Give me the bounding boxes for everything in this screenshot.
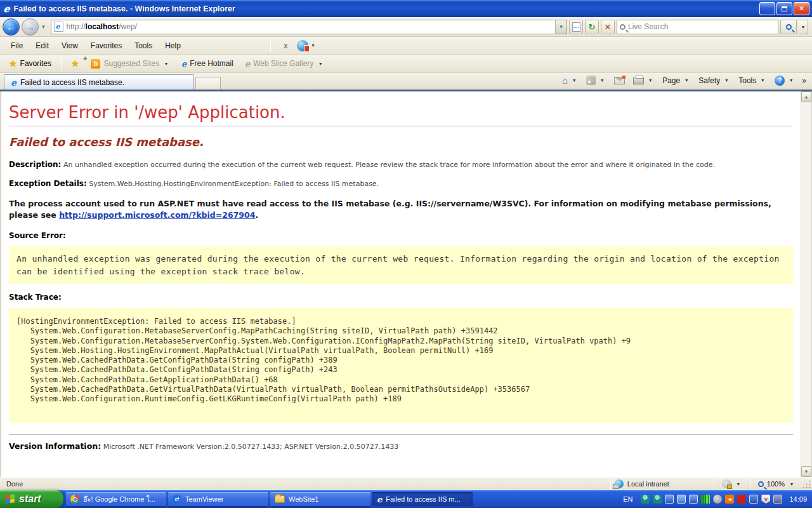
menu-favorites[interactable]: Favorites (85, 39, 128, 53)
read-mail-button[interactable] (611, 75, 628, 86)
close-button[interactable]: ✕ (794, 2, 809, 15)
task-buttons: อ๊ะ! Google Chrome ใ... ⇄ TeamViewer Web… (63, 490, 619, 508)
error-page: Server Error in '/wep' Application. Fail… (1, 91, 801, 477)
menu-file[interactable]: File (5, 39, 29, 53)
ie-icon: e (181, 59, 187, 69)
title-bar: e Failed to access IIS metabase. - Windo… (0, 0, 812, 17)
resize-grip (802, 479, 811, 488)
feeds-button[interactable]: ▾ (583, 74, 609, 87)
favorites-link-free-hotmail[interactable]: e Free Hotmail (177, 57, 238, 70)
minimize-button[interactable]: _ (759, 2, 775, 15)
system-monitor-icon[interactable] (773, 495, 782, 504)
stack-trace-text: [HostingEnvironmentException: Failed to … (16, 317, 785, 404)
remote-user-icon[interactable] (641, 495, 650, 504)
forward-button[interactable]: → (22, 18, 39, 36)
search-options-dropdown[interactable]: ▾ (799, 20, 808, 34)
ie-gray-icon: e (245, 59, 250, 69)
description-line: Description: An unhandled exception occu… (9, 160, 793, 169)
star-icon: ★ (9, 58, 17, 69)
favorites-link-suggested-sites[interactable]: b Suggested Sites ▾ (86, 57, 174, 70)
protected-mode-button[interactable]: ▾ (718, 479, 746, 488)
chevron-down-icon: ▾ (570, 77, 578, 83)
divider (9, 434, 793, 435)
scroll-down-button[interactable]: ▼ (801, 466, 811, 477)
search-button[interactable] (780, 20, 797, 34)
search-input[interactable] (628, 22, 775, 31)
toolbar-close-icon[interactable]: x (278, 41, 293, 50)
zoom-level-button[interactable]: 100% ▾ (754, 480, 799, 488)
recent-pages-dropdown[interactable]: ▾ (41, 23, 46, 30)
stop-button[interactable]: ✕ (601, 20, 615, 34)
toolbar-separator (270, 39, 271, 52)
menu-bar: File Edit View Favorites Tools Help x ▾ (0, 37, 812, 55)
mail-icon (614, 77, 625, 84)
favorites-button[interactable]: ★ Favorites (4, 57, 56, 70)
network-computers-icon[interactable] (665, 495, 674, 504)
scroll-up-button[interactable]: ▲ (801, 91, 811, 102)
stack-trace-box: [HostingEnvironmentException: Failed to … (9, 308, 793, 423)
ie-tab-icon: e (11, 77, 16, 88)
taskbar: start อ๊ะ! Google Chrome ใ... ⇄ TeamView… (0, 490, 812, 508)
taskbar-clock[interactable]: 14:09 (789, 495, 807, 503)
vertical-scrollbar[interactable]: ▲ ▼ (801, 91, 811, 477)
remote-desktop-icon[interactable] (677, 495, 686, 504)
compatibility-view-button[interactable] (569, 20, 583, 34)
favorites-link-web-slice-gallery[interactable]: e Web Slice Gallery ▾ (240, 57, 329, 70)
addon-dropdown-arrow-icon[interactable]: ▾ (310, 43, 317, 48)
error-page-title: Server Error in '/wep' Application. (9, 103, 793, 122)
source-error-label: Source Error: (9, 231, 793, 240)
tab-title: Failed to access IIS metabase. (20, 78, 124, 87)
signal-strength-icon[interactable] (701, 495, 710, 504)
star-plus-icon: ★ (71, 58, 79, 69)
source-error-box: An unhandled exception was generated dur… (9, 246, 793, 284)
home-button[interactable]: ⌂▾ (559, 73, 581, 88)
chevron-down-icon: ▾ (788, 481, 796, 487)
menu-tools[interactable]: Tools (129, 39, 158, 53)
status-separator (750, 479, 750, 489)
restore-button[interactable] (776, 2, 792, 15)
system-tray: EN ◄ V 14:09 (619, 490, 812, 508)
menu-view[interactable]: View (56, 39, 84, 53)
toolbar-overflow-chevron[interactable]: » (800, 76, 808, 85)
chevron-down-icon: ▾ (162, 61, 170, 67)
display-settings-icon[interactable] (749, 495, 758, 504)
language-indicator[interactable]: EN (623, 495, 632, 503)
navigation-bar: ← → ▾ http://localhost/wep/ ▾ ↻ ✕ ▾ (0, 17, 812, 37)
status-separator (714, 479, 714, 489)
new-tab-button[interactable] (195, 77, 221, 90)
search-box[interactable] (617, 20, 778, 34)
address-bar[interactable]: http://localhost/wep/ ▾ (51, 20, 567, 34)
protected-mode-icon (722, 479, 731, 488)
chevron-down-icon: ▾ (646, 77, 654, 83)
home-icon: ⌂ (562, 75, 568, 86)
print-button[interactable]: ▾ (630, 75, 657, 86)
safety-menu-button[interactable]: Safety▾ (695, 74, 733, 87)
help-button[interactable]: ?▾ (771, 74, 798, 88)
volume-icon[interactable]: ◄ (725, 495, 734, 504)
tools-menu-button[interactable]: Tools▾ (735, 74, 769, 87)
tab-active[interactable]: e Failed to access IIS metabase. (4, 74, 194, 90)
security-alert-icon[interactable] (737, 495, 746, 504)
snagit-addon-icon[interactable] (297, 40, 308, 51)
antivirus-shield-icon[interactable]: V (761, 495, 770, 504)
back-button[interactable]: ← (3, 18, 20, 36)
rss-feeds-icon (586, 76, 596, 85)
page-menu-button[interactable]: Page▾ (659, 74, 693, 87)
add-to-favorites-bar-button[interactable]: ★ (66, 57, 84, 70)
chevron-down-icon: ▾ (787, 77, 795, 83)
taskbar-button-website1[interactable]: WebSite1 (270, 492, 370, 506)
address-url[interactable]: http://localhost/wep/ (67, 22, 555, 31)
safely-remove-hardware-icon[interactable] (713, 495, 722, 504)
taskbar-button-ie-active[interactable]: e Failed to access IIS m... (372, 492, 473, 506)
refresh-button[interactable]: ↻ (585, 20, 599, 34)
support-link[interactable]: http://support.microsoft.com/?kbid=26790… (59, 210, 255, 220)
menu-help[interactable]: Help (159, 39, 187, 53)
start-button[interactable]: start (0, 490, 63, 508)
remote-user-icon-2[interactable] (653, 495, 662, 504)
address-history-dropdown[interactable]: ▾ (555, 20, 566, 34)
windows-logo-icon (5, 494, 15, 505)
taskbar-button-teamviewer[interactable]: ⇄ TeamViewer (168, 492, 268, 506)
menu-edit[interactable]: Edit (30, 39, 55, 53)
network-place-icon[interactable] (689, 495, 698, 504)
taskbar-button-chrome[interactable]: อ๊ะ! Google Chrome ใ... (66, 492, 166, 506)
